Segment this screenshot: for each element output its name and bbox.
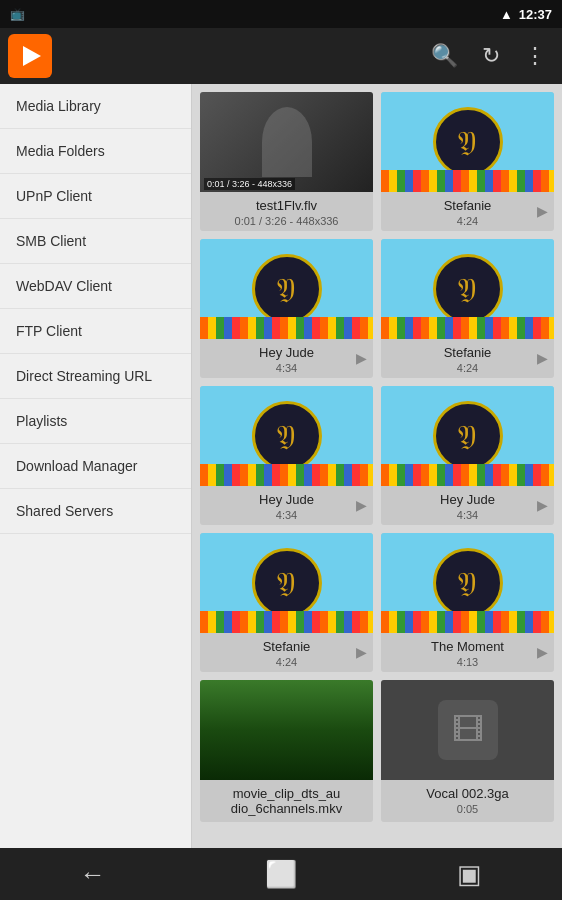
upnp-label: UPnP Client xyxy=(16,188,92,204)
grid-item-6[interactable]: 𝔜 Stefanie 4:24 ▶ xyxy=(200,533,373,672)
sidebar-item-direct-streaming[interactable]: Direct Streaming URL xyxy=(0,354,191,399)
sidebar-item-webdav[interactable]: WebDAV Client xyxy=(0,264,191,309)
grid-item-9[interactable]: 🎞 Vocal 002.3ga 0:05 xyxy=(381,680,554,822)
item-subtitle-4: 4:34 xyxy=(200,509,373,525)
yanzi-strip-5 xyxy=(381,464,554,486)
grid-item-8[interactable]: movie_clip_dts_au dio_6channels.mkv xyxy=(200,680,373,822)
ftp-label: FTP Client xyxy=(16,323,82,339)
nav-bar: ← ⬜ ▣ xyxy=(0,848,562,900)
sidebar-item-shared-servers[interactable]: Shared Servers xyxy=(0,489,191,534)
grid-item-7[interactable]: 𝔜 The Moment 4:13 ▶ xyxy=(381,533,554,672)
webdav-label: WebDAV Client xyxy=(16,278,112,294)
thumb-9: 🎞 xyxy=(381,680,554,780)
item-subtitle-2: 4:34 xyxy=(200,362,373,378)
grid-item-5[interactable]: 𝔜 Hey Jude 4:34 ▶ xyxy=(381,386,554,525)
thumb-4: 𝔜 xyxy=(200,386,373,486)
item-subtitle-3: 4:24 xyxy=(381,362,554,378)
item-title-5: Hey Jude xyxy=(381,486,554,509)
download-manager-label: Download Manager xyxy=(16,458,137,474)
item-subtitle-8 xyxy=(200,818,373,822)
item-title-2: Hey Jude xyxy=(200,339,373,362)
grid-item-0[interactable]: 0:01 / 3:26 - 448x336 test1Flv.flv 0:01 … xyxy=(200,92,373,231)
recent-button[interactable]: ▣ xyxy=(433,851,506,898)
sidebar-item-media-folders[interactable]: Media Folders xyxy=(0,129,191,174)
status-left: 📺 xyxy=(10,7,25,21)
yanzi-strip-1 xyxy=(381,170,554,192)
item-subtitle-6: 4:24 xyxy=(200,656,373,672)
grid-item-4[interactable]: 𝔜 Hey Jude 4:34 ▶ xyxy=(200,386,373,525)
thumb-5: 𝔜 xyxy=(381,386,554,486)
yanzi-art-5: 𝔜 xyxy=(433,401,503,471)
media-library-label: Media Library xyxy=(16,98,101,114)
toolbar: 🔍 ↻ ⋮ xyxy=(0,28,562,84)
yanzi-strip-7 xyxy=(381,611,554,633)
smb-label: SMB Client xyxy=(16,233,86,249)
chevron-right-3: ▶ xyxy=(537,350,548,366)
grid-item-2[interactable]: 𝔜 Hey Jude 4:34 ▶ xyxy=(200,239,373,378)
item-title-3: Stefanie xyxy=(381,339,554,362)
shared-servers-label: Shared Servers xyxy=(16,503,113,519)
audio-icon: 🎞 xyxy=(438,700,498,760)
yanzi-art-4: 𝔜 xyxy=(252,401,322,471)
yanzi-art-3: 𝔜 xyxy=(433,254,503,324)
sidebar-item-media-library[interactable]: Media Library xyxy=(0,84,191,129)
item-title-9: Vocal 002.3ga xyxy=(381,780,554,803)
refresh-button[interactable]: ↻ xyxy=(474,35,508,77)
item-subtitle-9: 0:05 xyxy=(381,803,554,819)
thumb-7: 𝔜 xyxy=(381,533,554,633)
media-folders-label: Media Folders xyxy=(16,143,105,159)
thumb-3: 𝔜 xyxy=(381,239,554,339)
chevron-right-1: ▶ xyxy=(537,203,548,219)
wifi-icon: ▲ xyxy=(500,7,513,22)
chevron-right-7: ▶ xyxy=(537,644,548,660)
yanzi-art-7: 𝔜 xyxy=(433,548,503,618)
thumb-0: 0:01 / 3:26 - 448x336 xyxy=(200,92,373,192)
home-button[interactable]: ⬜ xyxy=(241,851,321,898)
chevron-right-2: ▶ xyxy=(356,350,367,366)
more-button[interactable]: ⋮ xyxy=(516,35,554,77)
yanzi-art-6: 𝔜 xyxy=(252,548,322,618)
status-right: ▲ 12:37 xyxy=(500,7,552,22)
chevron-right-5: ▶ xyxy=(537,497,548,513)
item-subtitle-7: 4:13 xyxy=(381,656,554,672)
sidebar-item-playlists[interactable]: Playlists xyxy=(0,399,191,444)
video-time-info: 0:01 / 3:26 - 448x336 xyxy=(204,178,295,190)
app-logo xyxy=(8,34,52,78)
search-button[interactable]: 🔍 xyxy=(423,35,466,77)
yanzi-art-2: 𝔜 xyxy=(252,254,322,324)
thumb-8 xyxy=(200,680,373,780)
item-subtitle-5: 4:34 xyxy=(381,509,554,525)
item-title-6: Stefanie xyxy=(200,633,373,656)
thumb-6: 𝔜 xyxy=(200,533,373,633)
yanzi-strip-6 xyxy=(200,611,373,633)
grid-item-1[interactable]: 𝔜 Stefanie 4:24 ▶ xyxy=(381,92,554,231)
sidebar: Media Library Media Folders UPnP Client … xyxy=(0,84,192,848)
item-title-1: Stefanie xyxy=(381,192,554,215)
item-title-4: Hey Jude xyxy=(200,486,373,509)
sidebar-item-upnp[interactable]: UPnP Client xyxy=(0,174,191,219)
item-title-0: test1Flv.flv xyxy=(200,192,373,215)
grid-item-3[interactable]: 𝔜 Stefanie 4:24 ▶ xyxy=(381,239,554,378)
back-button[interactable]: ← xyxy=(56,851,130,898)
time-display: 12:37 xyxy=(519,7,552,22)
item-subtitle-0: 0:01 / 3:26 - 448x336 xyxy=(200,215,373,231)
media-grid: 0:01 / 3:26 - 448x336 test1Flv.flv 0:01 … xyxy=(200,92,554,822)
yanzi-strip-2 xyxy=(200,317,373,339)
item-title-7: The Moment xyxy=(381,633,554,656)
thumb-1: 𝔜 xyxy=(381,92,554,192)
yanzi-strip-4 xyxy=(200,464,373,486)
direct-streaming-label: Direct Streaming URL xyxy=(16,368,152,384)
content-area: 0:01 / 3:26 - 448x336 test1Flv.flv 0:01 … xyxy=(192,84,562,848)
yanzi-art-1: 𝔜 xyxy=(433,107,503,177)
chevron-right-6: ▶ xyxy=(356,644,367,660)
sidebar-item-smb[interactable]: SMB Client xyxy=(0,219,191,264)
sidebar-item-ftp[interactable]: FTP Client xyxy=(0,309,191,354)
sidebar-item-download-manager[interactable]: Download Manager xyxy=(0,444,191,489)
thumb-2: 𝔜 xyxy=(200,239,373,339)
main-layout: Media Library Media Folders UPnP Client … xyxy=(0,84,562,848)
app-icon: 📺 xyxy=(10,7,25,21)
status-bar: 📺 ▲ 12:37 xyxy=(0,0,562,28)
chevron-right-4: ▶ xyxy=(356,497,367,513)
item-title-8: movie_clip_dts_au dio_6channels.mkv xyxy=(200,780,373,818)
item-subtitle-1: 4:24 xyxy=(381,215,554,231)
